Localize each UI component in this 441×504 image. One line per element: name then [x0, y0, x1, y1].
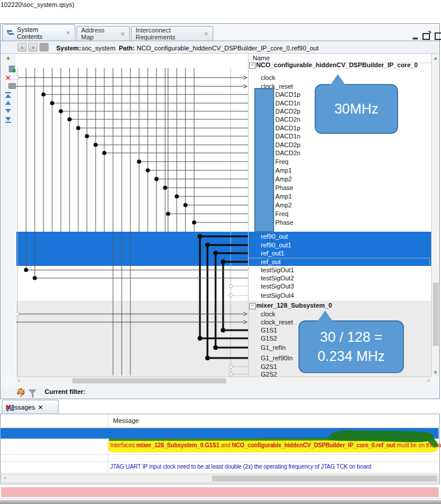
collapse-icon[interactable]: −	[249, 63, 256, 69]
message-interface-name: mixer_128_Subsystem_0.G1S1	[136, 442, 219, 448]
tree-row-label: NCO_configurable_hiddenCV_DSPBuilder_IP_…	[256, 61, 418, 70]
collapse-icon[interactable]: −	[249, 303, 256, 309]
tree-row[interactable]: Freq	[248, 210, 431, 218]
tree-row-label: DACD1n	[275, 99, 300, 108]
messages-icon	[6, 404, 14, 411]
restore-icon[interactable]	[422, 33, 430, 40]
tree-row-label: testSigOut2	[261, 274, 294, 283]
tab-close-icon[interactable]: ✕	[121, 31, 125, 37]
tree-row[interactable]: Freq	[248, 158, 431, 166]
wiring-schematic[interactable]	[16, 54, 248, 377]
tree-row-label: ref_out1	[261, 249, 284, 258]
tree-row[interactable]: testSigOut1	[248, 266, 431, 275]
annotation-blue-bar	[254, 88, 274, 232]
edit-icon[interactable]	[4, 82, 12, 90]
clear-filter-icon[interactable]	[28, 389, 37, 395]
add-icon[interactable]: +	[4, 54, 12, 62]
scroll-down-icon[interactable]: ▼	[432, 370, 439, 375]
tree-row-label: G1_refIn	[261, 344, 286, 352]
tree-row[interactable]: ref90_out	[248, 232, 431, 241]
message-row-text[interactable]: Interfaces mixer_128_Subsystem_0.G1S1 an…	[110, 442, 441, 448]
tree-row[interactable]: Amp1	[248, 166, 431, 175]
message-text-segment: and	[219, 442, 232, 448]
taskbar-strip	[0, 499, 441, 504]
tree-row-label: Freq	[275, 210, 289, 218]
minimize-icon[interactable]	[413, 38, 418, 39]
scroll-up-icon[interactable]: ▲	[432, 55, 439, 61]
status-error-bar	[1, 487, 439, 497]
maximize-icon[interactable]	[435, 32, 441, 40]
tree-row[interactable]: ref90_out1	[248, 241, 431, 250]
tab-label: Address Map	[81, 27, 118, 41]
callout-line2: 0.234 MHz	[318, 347, 385, 366]
tree-row-label: testSigOut4	[261, 291, 294, 300]
schematic-horizontal-scrollbar[interactable]: ‹ ›	[16, 377, 431, 385]
hierarchy-button[interactable]	[39, 43, 49, 52]
tree-row[interactable]: testSigOut3	[248, 282, 431, 291]
tree-row[interactable]: DACD2n	[248, 149, 431, 158]
tree-row-label: testSigOut3	[261, 282, 294, 291]
tree-row-label: ref90_out1	[261, 241, 291, 250]
callout-line1: 30 / 128 =	[320, 328, 382, 346]
tree-row-label: testSigOut1	[261, 266, 294, 275]
scrollbar-thumb[interactable]	[212, 476, 437, 481]
tab-close-icon[interactable]: ✕	[66, 30, 71, 36]
window-controls	[413, 32, 441, 40]
focus-outline	[248, 258, 430, 266]
tree-row-label: Amp2	[275, 175, 292, 184]
tree-row[interactable]: testSigOut2	[248, 274, 431, 283]
move-up-icon[interactable]	[4, 101, 12, 108]
current-filter-label: Current filter:	[45, 388, 85, 395]
scroll-right-icon[interactable]: ›	[428, 377, 429, 384]
tree-row[interactable]: ref_out	[248, 258, 431, 266]
tree-row[interactable]: Phase	[248, 218, 431, 227]
move-down-icon[interactable]	[4, 109, 12, 116]
tab-close-icon[interactable]: ✕	[38, 404, 43, 411]
tab-close-icon[interactable]: ✕	[204, 31, 209, 37]
tree-row[interactable]: DACD2p	[248, 141, 431, 149]
tree-row[interactable]: testSigOut4	[248, 291, 431, 300]
tree-row[interactable]: Amp2	[248, 201, 431, 210]
messages-horizontal-scrollbar[interactable]: ‹	[1, 474, 439, 483]
scroll-left-icon[interactable]: ‹	[4, 474, 6, 481]
tree-row[interactable]: Amp1	[248, 192, 431, 201]
tab-messages[interactable]: Messages ✕	[2, 400, 59, 414]
tree-row-label: Phase	[275, 184, 293, 192]
tab-system-contents[interactable]: System Contents ✕	[2, 24, 75, 41]
message-row-text[interactable]: JTAG UART IP input clock need to be at l…	[110, 463, 371, 470]
move-bottom-icon[interactable]	[4, 117, 12, 125]
message-row-selected[interactable]	[1, 428, 439, 439]
tree-row-label: DACD1p	[275, 124, 300, 133]
tree-row[interactable]: Phase	[248, 184, 431, 192]
tree-row-label: DACD2n	[275, 149, 300, 158]
tree-row-label: ref90_out	[261, 232, 287, 241]
message-text-segment: must be on the same clock domain.	[395, 442, 441, 448]
tree-row-label: G1S1	[261, 326, 277, 335]
tab-address-map[interactable]: Address Map ✕	[76, 26, 130, 41]
tree-row-label: Amp2	[275, 201, 292, 210]
message-text-segment: JTAG UART IP input clock need to be at l…	[110, 463, 371, 470]
move-up2-button[interactable]: ▲	[28, 43, 38, 52]
tree-row-label: Amp1	[275, 192, 292, 201]
message-text-segment: Interfaces	[110, 442, 136, 448]
move-top-icon[interactable]	[4, 92, 12, 99]
tree-row[interactable]: Amp2	[248, 175, 431, 184]
tree-row-label: clock	[261, 310, 275, 319]
scrollbar-thumb[interactable]	[433, 283, 439, 346]
tab-label: Interconnect Requirements	[136, 27, 201, 41]
window-title-path: 102220\soc_system.qsys)	[1, 1, 74, 8]
tab-label: System Contents	[17, 26, 63, 40]
tree-row-label: clock	[261, 74, 275, 82]
remove-icon[interactable]: ✕	[4, 74, 12, 82]
tree-row[interactable]: ref_out1	[248, 249, 431, 258]
tree-vertical-scrollbar[interactable]: ▲ ▼	[431, 54, 439, 377]
move-up-button[interactable]: ▲	[17, 43, 27, 52]
scrollbar-thumb[interactable]	[72, 378, 226, 384]
filter-funnel-icon[interactable]	[17, 389, 25, 395]
tree-row[interactable]: clock	[248, 310, 431, 319]
tree-group-row[interactable]: −NCO_configurable_hiddenCV_DSPBuilder_IP…	[248, 61, 431, 70]
tab-interconnect-requirements[interactable]: Interconnect Requirements ✕	[131, 26, 213, 41]
duplicate-icon[interactable]	[4, 65, 12, 72]
scroll-left-icon[interactable]: ‹	[18, 377, 20, 384]
tree-group-row[interactable]: −mixer_128_Subsystem_0	[248, 301, 431, 310]
